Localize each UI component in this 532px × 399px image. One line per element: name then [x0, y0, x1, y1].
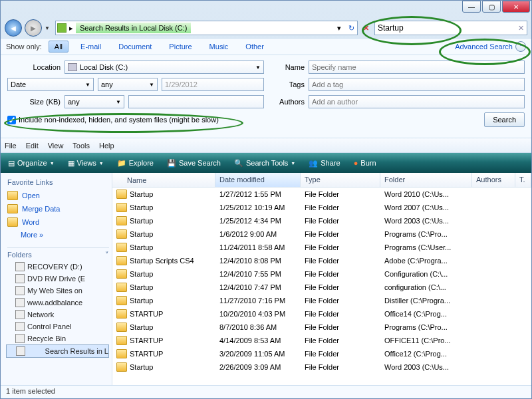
fav-merge-data[interactable]: Merge Data: [6, 202, 109, 215]
close-button[interactable]: ✕: [502, 1, 530, 13]
filter-document[interactable]: Document: [113, 41, 157, 52]
show-only-label: Show only:: [6, 43, 42, 51]
authors-input[interactable]: [312, 98, 521, 106]
col-folder[interactable]: Folder: [380, 173, 472, 187]
advanced-search-toggle[interactable]: Advanced Search ˄: [455, 41, 526, 52]
filter-email[interactable]: E-mail: [75, 41, 106, 52]
table-row[interactable]: Startup1/25/2012 10:19 AMFile FolderWord…: [112, 201, 531, 214]
fav-open[interactable]: Open: [6, 189, 109, 202]
cmd-share[interactable]: 👥Share: [305, 158, 343, 169]
address-chevron[interactable]: ▸: [69, 24, 73, 33]
back-button[interactable]: ◄: [5, 19, 22, 37]
history-dropdown[interactable]: ▼: [45, 25, 53, 31]
tree-item[interactable]: Network: [6, 309, 109, 321]
tags-label: Tags: [268, 80, 305, 88]
cmd-search-tools[interactable]: 🔍Search Tools▼: [231, 158, 299, 169]
tags-field[interactable]: [309, 78, 525, 91]
authors-field[interactable]: [309, 95, 525, 108]
filter-music[interactable]: Music: [204, 41, 234, 52]
table-row[interactable]: Startup12/4/2010 7:55 PMFile FolderConfi…: [112, 267, 531, 281]
size-value-input[interactable]: [132, 98, 261, 106]
minimize-button[interactable]: —: [462, 1, 481, 13]
table-row[interactable]: STARTUP10/20/2010 4:03 PMFile FolderOffi…: [112, 307, 531, 321]
cmd-organize[interactable]: ▤Organize▼: [5, 158, 58, 169]
tree-item[interactable]: Search Results in L: [6, 344, 109, 358]
size-value-field[interactable]: [128, 95, 264, 108]
menu-edit[interactable]: Edit: [26, 142, 39, 150]
table-row[interactable]: Startup1/25/2012 4:34 PMFile FolderWord …: [112, 214, 531, 227]
table-row[interactable]: Startup11/27/2010 7:16 PMFile FolderDist…: [112, 294, 531, 307]
fav-more[interactable]: More »: [6, 229, 109, 241]
filter-other[interactable]: Other: [240, 41, 269, 52]
table-row[interactable]: Startup Scripts CS412/4/2010 8:08 PMFile…: [112, 254, 531, 267]
tags-input[interactable]: [312, 80, 521, 88]
date-type-select[interactable]: Date▼: [7, 78, 94, 91]
table-row[interactable]: STARTUP3/20/2009 11:05 AMFile FolderOffi…: [112, 347, 531, 360]
sidebar: Favorite Links Open Merge Data Word More…: [1, 173, 112, 385]
cmd-explore[interactable]: 📁Explore: [114, 158, 157, 169]
col-name[interactable]: Name: [112, 173, 215, 187]
address-dropdown[interactable]: ▾: [334, 24, 344, 33]
titlebar: — ▢ ✕: [1, 1, 531, 18]
menu-tools[interactable]: Tools: [72, 142, 90, 150]
filter-picture[interactable]: Picture: [164, 41, 197, 52]
tree-icon: [15, 310, 25, 319]
tree-item[interactable]: Control Panel: [6, 321, 109, 332]
address-segment[interactable]: Search Results in Local Disk (C:): [76, 23, 191, 33]
organize-icon: ▤: [8, 159, 15, 168]
location-value: Local Disk (C:): [80, 63, 128, 71]
explorer-window: — ▢ ✕ ◄ ► ▼ ▸ Search Results in Local Di…: [0, 0, 532, 399]
table-row[interactable]: STARTUP4/14/2009 8:53 AMFile FolderOFFIC…: [112, 334, 531, 347]
size-relation-select[interactable]: any▼: [65, 95, 124, 108]
search-box[interactable]: ✕: [374, 21, 527, 35]
tree-item[interactable]: RECOVERY (D:): [6, 261, 109, 273]
include-nonindexed-checkbox[interactable]: Include non-indexed, hidden, and system …: [7, 116, 219, 124]
cmd-save-search[interactable]: 💾Save Search: [164, 158, 224, 169]
col-extra[interactable]: T.: [515, 173, 531, 187]
menu-help[interactable]: Help: [99, 142, 114, 150]
col-type[interactable]: Type: [301, 173, 380, 187]
table-row[interactable]: Startup11/24/2011 8:58 AMFile FolderProg…: [112, 241, 531, 254]
col-authors[interactable]: Authors: [472, 173, 515, 187]
favorite-links-header: Favorite Links: [7, 178, 109, 186]
clear-search-x[interactable]: ✕: [518, 24, 524, 33]
menu-file[interactable]: File: [5, 142, 17, 150]
cmd-views[interactable]: ▦Views▼: [65, 158, 107, 169]
col-date[interactable]: Date modified: [215, 173, 301, 187]
tree-item[interactable]: DVD RW Drive (E: [6, 273, 109, 285]
date-relation-select[interactable]: any▼: [98, 78, 158, 91]
tree-item[interactable]: Recycle Bin: [6, 332, 109, 344]
location-select[interactable]: Local Disk (C:)▼: [65, 61, 264, 74]
search-button[interactable]: Search: [484, 112, 525, 127]
menu-view[interactable]: View: [48, 142, 64, 150]
fav-word[interactable]: Word: [6, 215, 109, 229]
folder-icon: [116, 296, 127, 305]
folder-icon: [116, 336, 127, 345]
folders-header[interactable]: Folders˅: [7, 247, 109, 259]
refresh-icon[interactable]: ↻: [346, 24, 356, 33]
tree-item[interactable]: www.addbalance: [6, 297, 109, 309]
filter-all[interactable]: All: [49, 41, 68, 53]
include-checkbox-input[interactable]: [7, 116, 16, 124]
table-row[interactable]: Startup1/6/2012 9:00 AMFile FolderProgra…: [112, 227, 531, 241]
list-body[interactable]: Startup1/27/2012 1:55 PMFile FolderWord …: [112, 188, 531, 385]
table-row[interactable]: Startup1/27/2012 1:55 PMFile FolderWord …: [112, 188, 531, 201]
tree-item[interactable]: My Web Sites on: [6, 285, 109, 297]
name-field[interactable]: [309, 61, 525, 74]
status-bar: 1 item selected: [1, 385, 531, 398]
table-row[interactable]: Startup2/26/2009 3:09 AMFile FolderWord …: [112, 360, 531, 374]
cmd-burn[interactable]: ●Burn: [350, 158, 380, 168]
clear-search-icon[interactable]: ✕: [360, 24, 372, 33]
tree-icon: [15, 334, 25, 343]
date-rel-value: any: [101, 80, 113, 88]
date-value-field[interactable]: [162, 78, 264, 91]
address-bar[interactable]: ▸ Search Results in Local Disk (C:) ▾ ↻: [55, 21, 358, 35]
tree-icon: [16, 346, 25, 356]
table-row[interactable]: Startup12/4/2010 7:47 PMFile Folderconfi…: [112, 281, 531, 294]
search-input[interactable]: [378, 23, 518, 33]
name-input[interactable]: [312, 63, 521, 71]
column-headers: Name Date modified Type Folder Authors T…: [112, 173, 531, 188]
maximize-button[interactable]: ▢: [482, 1, 501, 13]
table-row[interactable]: Startup8/7/2010 8:36 AMFile FolderProgra…: [112, 321, 531, 334]
forward-button[interactable]: ►: [25, 19, 42, 37]
